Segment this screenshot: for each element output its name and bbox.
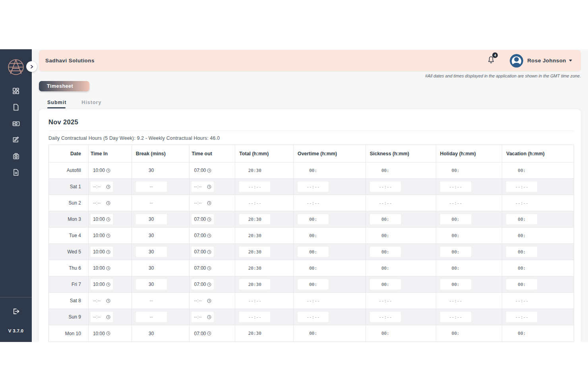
vacation-input[interactable]: 00: [506, 230, 537, 241]
overtime-input[interactable]: 00: [298, 230, 329, 241]
sickness-input[interactable]: 00: [370, 247, 401, 257]
timesheet-page-button[interactable]: Timesheet [39, 81, 89, 91]
break-input[interactable]: 30 [136, 328, 167, 339]
time-in-input[interactable]: 10:00 [91, 328, 113, 339]
overtime-input[interactable]: --:-- [298, 295, 329, 306]
overtime-input[interactable]: --:-- [298, 198, 329, 208]
time-in-input[interactable]: 10:00 [91, 214, 113, 224]
total-input[interactable]: 20:30 [239, 214, 270, 224]
sidebar-item-forms[interactable] [10, 136, 22, 143]
time-in-input[interactable]: --:-- [91, 182, 113, 192]
time-out-input[interactable]: 07:00 [191, 214, 214, 224]
holiday-input[interactable]: 00: [440, 328, 471, 339]
break-input[interactable]: -- [136, 198, 167, 208]
holiday-input[interactable]: 00: [440, 263, 471, 273]
user-menu[interactable]: Rose Johnson [510, 54, 572, 68]
break-input[interactable]: 30 [136, 279, 167, 290]
total-input[interactable]: --:-- [239, 182, 270, 192]
time-in-input[interactable]: 10:00 [91, 279, 113, 290]
sickness-input[interactable]: 00: [370, 328, 401, 339]
tab-history[interactable]: History [81, 100, 101, 108]
overtime-input[interactable]: --:-- [298, 312, 329, 322]
time-in-input[interactable]: --:-- [91, 312, 113, 322]
vacation-input[interactable]: 00: [506, 328, 537, 339]
total-input[interactable]: 20:30 [239, 247, 270, 257]
break-input[interactable]: -- [136, 295, 167, 306]
overtime-input[interactable]: 00: [298, 247, 329, 257]
holiday-input[interactable]: 00: [440, 165, 471, 176]
total-input[interactable]: 20:30 [239, 328, 270, 339]
time-out-input[interactable]: 07:00 [191, 247, 214, 257]
holiday-input[interactable]: --:-- [440, 182, 471, 192]
overtime-input[interactable]: 00: [298, 328, 329, 339]
time-in-input[interactable]: 10:00 [91, 165, 113, 176]
sickness-input[interactable]: 00: [370, 263, 401, 273]
time-in-input[interactable]: 10:00 [91, 247, 113, 257]
sidebar-item-payroll[interactable] [10, 120, 22, 127]
vacation-input[interactable]: --:-- [506, 182, 537, 192]
holiday-input[interactable]: --:-- [440, 312, 471, 322]
vacation-input[interactable]: --:-- [506, 312, 537, 322]
sidebar-item-time-clock[interactable] [10, 153, 22, 160]
time-out-input[interactable]: --:-- [191, 198, 214, 208]
vacation-input[interactable]: --:-- [506, 198, 537, 208]
sickness-input[interactable]: --:-- [370, 295, 401, 306]
total-input[interactable]: --:-- [239, 295, 270, 306]
time-out-input[interactable]: 07:00 [191, 263, 214, 273]
overtime-input[interactable]: 00: [298, 165, 329, 176]
vacation-input[interactable]: 00: [506, 279, 537, 290]
overtime-input[interactable]: --:-- [298, 182, 329, 192]
tab-submit[interactable]: Submit [47, 100, 66, 108]
logout-button[interactable] [12, 308, 20, 317]
total-input[interactable]: --:-- [239, 198, 270, 208]
total-input[interactable]: 20:30 [239, 230, 270, 241]
sickness-input[interactable]: 00: [370, 279, 401, 290]
time-in-input[interactable]: --:-- [91, 198, 113, 208]
sickness-input[interactable]: 00: [370, 214, 401, 224]
overtime-input[interactable]: 00: [298, 263, 329, 273]
break-input[interactable]: 30 [136, 263, 167, 273]
time-out-input[interactable]: 07:00 [191, 279, 214, 290]
break-input[interactable]: -- [136, 182, 167, 192]
break-input[interactable]: 30 [136, 214, 167, 224]
break-input[interactable]: 30 [136, 230, 167, 241]
time-out-input[interactable]: 07:00 [191, 328, 214, 339]
sickness-input[interactable]: --:-- [370, 198, 401, 208]
break-input[interactable]: 30 [136, 247, 167, 257]
overtime-input[interactable]: 00: [298, 214, 329, 224]
time-in-input[interactable]: 10:00 [91, 263, 113, 273]
break-input[interactable]: -- [136, 312, 167, 322]
holiday-input[interactable]: 00: [440, 230, 471, 241]
vacation-input[interactable]: --:-- [506, 295, 537, 306]
time-out-input[interactable]: --:-- [191, 295, 214, 306]
sickness-input[interactable]: 00: [370, 165, 401, 176]
notifications-button[interactable]: 4 [487, 55, 495, 66]
time-in-input[interactable]: 10:00 [91, 230, 113, 241]
break-input[interactable]: 30 [136, 165, 167, 176]
total-input[interactable]: --:-- [239, 312, 270, 322]
vacation-input[interactable]: 00: [506, 263, 537, 273]
holiday-input[interactable]: 00: [440, 279, 471, 290]
vacation-input[interactable]: 00: [506, 247, 537, 257]
time-out-input[interactable]: 07:00 [191, 230, 214, 241]
total-input[interactable]: 20:30 [239, 165, 270, 176]
total-input[interactable]: 20:30 [239, 279, 270, 290]
holiday-input[interactable]: --:-- [440, 198, 471, 208]
vacation-input[interactable]: 00: [506, 165, 537, 176]
sidebar-item-dashboard[interactable] [10, 87, 22, 95]
sidebar-item-documents[interactable] [10, 104, 22, 111]
time-in-input[interactable]: --:-- [91, 295, 113, 306]
holiday-input[interactable]: --:-- [440, 295, 471, 306]
time-out-input[interactable]: --:-- [191, 182, 214, 192]
sidebar-item-reports[interactable] [10, 169, 22, 176]
time-out-input[interactable]: --:-- [191, 312, 214, 322]
sickness-input[interactable]: 00: [370, 230, 401, 241]
vacation-input[interactable]: 00: [506, 214, 537, 224]
holiday-input[interactable]: 00: [440, 247, 471, 257]
overtime-input[interactable]: 00: [298, 279, 329, 290]
sickness-input[interactable]: --:-- [370, 312, 401, 322]
total-input[interactable]: 20:30 [239, 263, 270, 273]
sidebar-expand-button[interactable] [26, 61, 37, 72]
time-out-input[interactable]: 07:00 [191, 165, 214, 176]
holiday-input[interactable]: 00: [440, 214, 471, 224]
